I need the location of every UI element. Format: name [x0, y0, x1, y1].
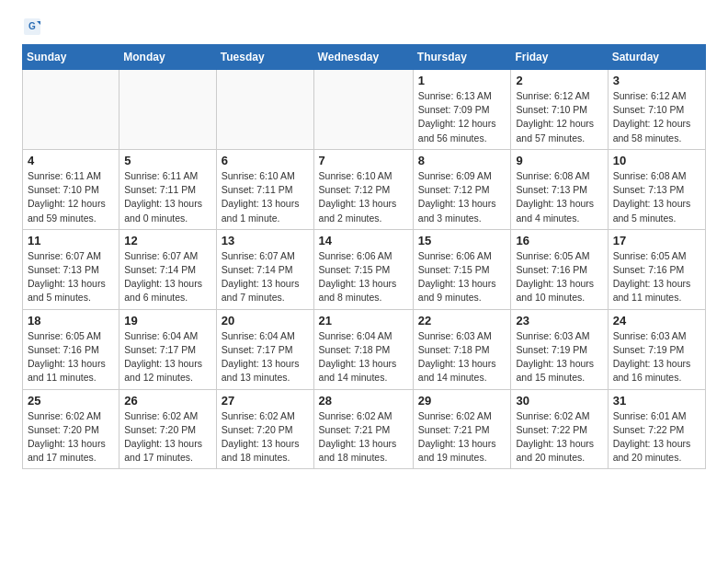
- day-number: 29: [418, 394, 506, 408]
- day-info: Sunrise: 6:02 AM Sunset: 7:22 PM Dayligh…: [516, 409, 602, 465]
- day-info: Sunrise: 6:06 AM Sunset: 7:15 PM Dayligh…: [418, 249, 506, 305]
- day-number: 1: [418, 74, 506, 87]
- day-number: 27: [222, 394, 309, 408]
- calendar-cell: 5Sunrise: 6:11 AM Sunset: 7:11 PM Daylig…: [119, 149, 217, 229]
- logo-icon: G: [24, 18, 40, 35]
- calendar-cell: [23, 70, 119, 150]
- calendar-cell: 6Sunrise: 6:10 AM Sunset: 7:11 PM Daylig…: [216, 149, 313, 229]
- day-number: 7: [319, 154, 408, 167]
- day-number: 9: [516, 154, 602, 167]
- day-number: 10: [613, 154, 700, 167]
- calendar-cell: 31Sunrise: 6:01 AM Sunset: 7:22 PM Dayli…: [608, 389, 705, 469]
- day-info: Sunrise: 6:04 AM Sunset: 7:17 PM Dayligh…: [222, 329, 309, 385]
- calendar-cell: 1Sunrise: 6:13 AM Sunset: 7:09 PM Daylig…: [413, 70, 511, 150]
- calendar-cell: [216, 70, 313, 150]
- day-info: Sunrise: 6:02 AM Sunset: 7:21 PM Dayligh…: [418, 409, 506, 465]
- calendar-cell: 16Sunrise: 6:05 AM Sunset: 7:16 PM Dayli…: [511, 229, 608, 309]
- calendar-cell: 29Sunrise: 6:02 AM Sunset: 7:21 PM Dayli…: [413, 389, 511, 469]
- calendar-table: SundayMondayTuesdayWednesdayThursdayFrid…: [22, 44, 706, 469]
- day-info: Sunrise: 6:01 AM Sunset: 7:22 PM Dayligh…: [613, 409, 700, 465]
- day-info: Sunrise: 6:11 AM Sunset: 7:10 PM Dayligh…: [28, 169, 114, 225]
- calendar-cell: 27Sunrise: 6:02 AM Sunset: 7:20 PM Dayli…: [216, 389, 313, 469]
- calendar-cell: 24Sunrise: 6:03 AM Sunset: 7:19 PM Dayli…: [608, 309, 705, 389]
- day-info: Sunrise: 6:12 AM Sunset: 7:10 PM Dayligh…: [613, 89, 700, 145]
- day-number: 16: [516, 234, 602, 247]
- calendar-cell: 26Sunrise: 6:02 AM Sunset: 7:20 PM Dayli…: [119, 389, 217, 469]
- day-info: Sunrise: 6:02 AM Sunset: 7:20 PM Dayligh…: [222, 409, 309, 465]
- day-info: Sunrise: 6:12 AM Sunset: 7:10 PM Dayligh…: [516, 89, 602, 145]
- day-info: Sunrise: 6:05 AM Sunset: 7:16 PM Dayligh…: [613, 249, 700, 305]
- calendar-week-5: 25Sunrise: 6:02 AM Sunset: 7:20 PM Dayli…: [23, 389, 706, 469]
- calendar-cell: [119, 70, 217, 150]
- calendar-cell: 14Sunrise: 6:06 AM Sunset: 7:15 PM Dayli…: [313, 229, 413, 309]
- day-info: Sunrise: 6:07 AM Sunset: 7:14 PM Dayligh…: [222, 249, 309, 305]
- calendar-week-2: 4Sunrise: 6:11 AM Sunset: 7:10 PM Daylig…: [23, 149, 706, 229]
- day-number: 20: [222, 314, 309, 327]
- col-header-tuesday: Tuesday: [216, 45, 313, 70]
- col-header-monday: Monday: [119, 45, 217, 70]
- day-number: 6: [222, 154, 309, 167]
- calendar-cell: 18Sunrise: 6:05 AM Sunset: 7:16 PM Dayli…: [23, 309, 119, 389]
- day-info: Sunrise: 6:08 AM Sunset: 7:13 PM Dayligh…: [516, 169, 602, 225]
- day-info: Sunrise: 6:03 AM Sunset: 7:19 PM Dayligh…: [516, 329, 602, 385]
- calendar-cell: 28Sunrise: 6:02 AM Sunset: 7:21 PM Dayli…: [313, 389, 413, 469]
- calendar-cell: 23Sunrise: 6:03 AM Sunset: 7:19 PM Dayli…: [511, 309, 608, 389]
- day-number: 4: [28, 154, 114, 167]
- col-header-thursday: Thursday: [413, 45, 511, 70]
- calendar-cell: 4Sunrise: 6:11 AM Sunset: 7:10 PM Daylig…: [23, 149, 119, 229]
- logo: G: [22, 18, 40, 35]
- calendar-cell: 25Sunrise: 6:02 AM Sunset: 7:20 PM Dayli…: [23, 389, 119, 469]
- col-header-saturday: Saturday: [608, 45, 705, 70]
- calendar-cell: [313, 70, 413, 150]
- day-info: Sunrise: 6:07 AM Sunset: 7:13 PM Dayligh…: [28, 249, 114, 305]
- calendar-cell: 10Sunrise: 6:08 AM Sunset: 7:13 PM Dayli…: [608, 149, 705, 229]
- day-number: 18: [28, 314, 114, 327]
- day-info: Sunrise: 6:03 AM Sunset: 7:19 PM Dayligh…: [613, 329, 700, 385]
- day-info: Sunrise: 6:07 AM Sunset: 7:14 PM Dayligh…: [124, 249, 211, 305]
- calendar-header-row: SundayMondayTuesdayWednesdayThursdayFrid…: [23, 45, 706, 70]
- day-info: Sunrise: 6:11 AM Sunset: 7:11 PM Dayligh…: [124, 169, 211, 225]
- day-number: 30: [516, 394, 602, 408]
- col-header-friday: Friday: [511, 45, 608, 70]
- col-header-wednesday: Wednesday: [313, 45, 413, 70]
- day-info: Sunrise: 6:04 AM Sunset: 7:18 PM Dayligh…: [319, 329, 408, 385]
- day-info: Sunrise: 6:05 AM Sunset: 7:16 PM Dayligh…: [516, 249, 602, 305]
- calendar-cell: 2Sunrise: 6:12 AM Sunset: 7:10 PM Daylig…: [511, 70, 608, 150]
- day-number: 31: [613, 394, 700, 408]
- calendar-cell: 20Sunrise: 6:04 AM Sunset: 7:17 PM Dayli…: [216, 309, 313, 389]
- calendar-cell: 22Sunrise: 6:03 AM Sunset: 7:18 PM Dayli…: [413, 309, 511, 389]
- day-info: Sunrise: 6:10 AM Sunset: 7:12 PM Dayligh…: [319, 169, 408, 225]
- calendar-week-3: 11Sunrise: 6:07 AM Sunset: 7:13 PM Dayli…: [23, 229, 706, 309]
- day-number: 21: [319, 314, 408, 327]
- day-number: 28: [319, 394, 408, 408]
- day-number: 11: [28, 234, 114, 247]
- day-info: Sunrise: 6:02 AM Sunset: 7:20 PM Dayligh…: [124, 409, 211, 465]
- calendar-cell: 12Sunrise: 6:07 AM Sunset: 7:14 PM Dayli…: [119, 229, 217, 309]
- day-number: 8: [418, 154, 506, 167]
- calendar-cell: 13Sunrise: 6:07 AM Sunset: 7:14 PM Dayli…: [216, 229, 313, 309]
- day-number: 14: [319, 234, 408, 247]
- calendar-cell: 3Sunrise: 6:12 AM Sunset: 7:10 PM Daylig…: [608, 70, 705, 150]
- day-number: 19: [124, 314, 211, 327]
- day-number: 26: [124, 394, 211, 408]
- day-info: Sunrise: 6:02 AM Sunset: 7:20 PM Dayligh…: [28, 409, 114, 465]
- day-number: 25: [28, 394, 114, 408]
- day-number: 24: [613, 314, 700, 327]
- day-number: 3: [613, 74, 700, 87]
- day-number: 15: [418, 234, 506, 247]
- calendar-cell: 11Sunrise: 6:07 AM Sunset: 7:13 PM Dayli…: [23, 229, 119, 309]
- calendar-cell: 30Sunrise: 6:02 AM Sunset: 7:22 PM Dayli…: [511, 389, 608, 469]
- calendar-cell: 21Sunrise: 6:04 AM Sunset: 7:18 PM Dayli…: [313, 309, 413, 389]
- calendar-cell: 8Sunrise: 6:09 AM Sunset: 7:12 PM Daylig…: [413, 149, 511, 229]
- day-number: 2: [516, 74, 602, 87]
- day-info: Sunrise: 6:03 AM Sunset: 7:18 PM Dayligh…: [418, 329, 506, 385]
- day-number: 23: [516, 314, 602, 327]
- calendar-cell: 17Sunrise: 6:05 AM Sunset: 7:16 PM Dayli…: [608, 229, 705, 309]
- svg-text:G: G: [28, 21, 36, 31]
- day-number: 12: [124, 234, 211, 247]
- day-number: 17: [613, 234, 700, 247]
- calendar-cell: 7Sunrise: 6:10 AM Sunset: 7:12 PM Daylig…: [313, 149, 413, 229]
- day-info: Sunrise: 6:06 AM Sunset: 7:15 PM Dayligh…: [319, 249, 408, 305]
- calendar-cell: 19Sunrise: 6:04 AM Sunset: 7:17 PM Dayli…: [119, 309, 217, 389]
- day-info: Sunrise: 6:09 AM Sunset: 7:12 PM Dayligh…: [418, 169, 506, 225]
